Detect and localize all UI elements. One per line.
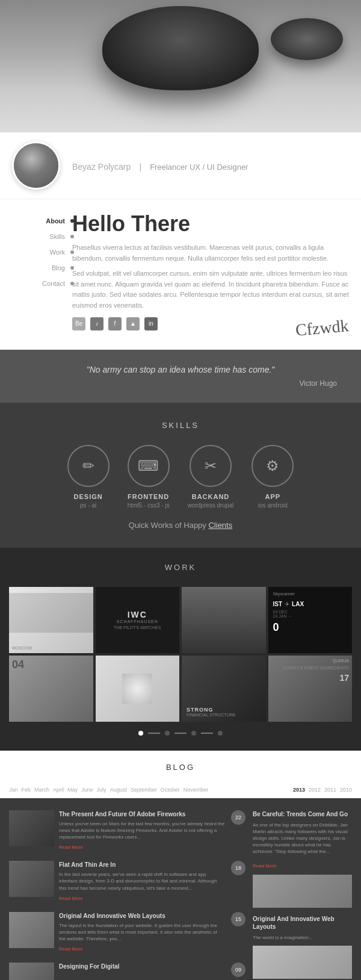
skill-app-name: APP — [251, 493, 294, 500]
skill-app-sub: ios android — [251, 502, 294, 509]
blog-entry-3-readmore[interactable]: Read More — [59, 946, 83, 952]
clients-link[interactable]: Clients — [208, 521, 232, 530]
blog-entry-2: Flat And Thin Are In In the last several… — [9, 861, 247, 902]
social-behance[interactable]: Be — [72, 317, 85, 330]
month-november[interactable]: November — [184, 787, 209, 793]
blog-entry-1-text: Unless you've been on Mars for the last … — [59, 820, 225, 841]
skills-title: SKILLS — [12, 421, 349, 430]
month-july[interactable]: July — [97, 787, 106, 793]
blog-num-1: 22 — [230, 810, 247, 852]
blog-right-title-1: Be Careful: Trends Come And Go — [253, 810, 352, 818]
sidebar-item-about[interactable]: About — [12, 217, 72, 225]
month-october[interactable]: October — [161, 787, 180, 793]
month-september[interactable]: September — [131, 787, 157, 793]
work-item-2[interactable]: IWC SCHAFFHAUSEN THE PILOT'S WATCHES — [96, 587, 180, 653]
social-dribbble[interactable]: ▲ — [126, 317, 140, 330]
pag-dot-4[interactable] — [218, 731, 223, 736]
blog-entry-4-content: Designing For Digital — [59, 963, 225, 980]
month-march[interactable]: March — [34, 787, 49, 793]
blog-date-4: 09 — [231, 963, 245, 977]
blog-date-2: 18 — [231, 861, 245, 875]
about-para-1: Phasellus viverra lectus at facilisis ve… — [72, 243, 349, 264]
pag-line-1 — [148, 733, 160, 734]
work-item-1[interactable]: MOSCOW — [9, 587, 93, 653]
blog-num-4: 09 — [230, 963, 247, 980]
year-2013[interactable]: 2013 — [293, 787, 305, 793]
blog-right-column: Be Careful: Trends Come And Go As one of… — [253, 810, 352, 980]
skill-design-name: DESIGN — [67, 493, 110, 500]
skill-frontend: ⌨ FRONTEND html5 - css3 - js — [128, 445, 170, 509]
pag-dot-3[interactable] — [191, 731, 196, 736]
quick-works-cta: Quick Works of Happy Clients — [12, 521, 349, 530]
social-linkedin[interactable]: in — [144, 317, 158, 330]
hero-rock2 — [271, 18, 343, 60]
work-grid-top: MOSCOW IWC SCHAFFHAUSEN THE PILOT'S WATC… — [9, 587, 352, 653]
work-item-6[interactable] — [96, 656, 180, 722]
sidebar-item-blog[interactable]: Blog — [12, 264, 72, 271]
skill-app-circle: ⚙ — [251, 445, 294, 487]
sidebar-item-work[interactable]: Work — [12, 249, 72, 256]
blog-entry-3-content: Original And Innovative Web Layouts The … — [59, 912, 225, 954]
skill-backend-name: BACKAND — [188, 493, 234, 500]
month-august[interactable]: August — [110, 787, 127, 793]
sidebar-item-skills[interactable]: Skills — [12, 233, 72, 240]
blog-columns: The Present And Future Of Adobe Firework… — [9, 810, 352, 980]
year-2010[interactable]: 2010 — [340, 787, 352, 793]
blog-entry-4: Designing For Digital 09 — [9, 963, 247, 980]
blog-section-header: BLOG Jan Feb March April May June July A… — [0, 751, 361, 798]
pag-dot-2[interactable] — [165, 731, 170, 736]
blog-title: BLOG — [9, 763, 352, 772]
skill-frontend-circle: ⌨ — [128, 445, 170, 487]
avatar — [12, 141, 60, 190]
blog-content: The Present And Future Of Adobe Firework… — [0, 798, 361, 980]
work-title: WORK — [9, 563, 352, 572]
skills-grid: ✏ DESIGN ps - ai ⌨ FRONTEND html5 - css3… — [12, 445, 349, 509]
work-grid-bottom: 04 STRONG FINANCIAL STRUCTURE QUINUA TUR… — [9, 656, 352, 722]
month-may[interactable]: May — [67, 787, 78, 793]
skill-frontend-sub: html5 - css3 - js — [128, 502, 170, 509]
pag-dot-1[interactable] — [138, 731, 143, 736]
blog-num-3: 15 — [230, 912, 247, 954]
work-item-8[interactable]: QUINUA TURKEY'S FINEST INGREDIENTS 17 — [268, 656, 353, 722]
nav-sidebar: About Skills Work Blog Contact — [12, 211, 72, 338]
sidebar-item-contact[interactable]: Contact — [12, 280, 72, 287]
skills-section: SKILLS ✏ DESIGN ps - ai ⌨ FRONTEND html5… — [0, 403, 361, 548]
blog-month-nav: Jan Feb March April May June July August… — [9, 787, 352, 798]
about-para-2: Sed volutpat, elit vel ullamcorper cursu… — [72, 268, 349, 311]
quote-text: "No army can stop an idea whose time has… — [24, 365, 337, 374]
work-item-7[interactable]: STRONG FINANCIAL STRUCTURE — [182, 656, 266, 722]
work-item-3[interactable] — [182, 587, 266, 653]
month-april[interactable]: April — [53, 787, 64, 793]
work-item-5[interactable]: 04 — [9, 656, 93, 722]
blog-date-3: 15 — [231, 912, 245, 926]
skill-backend-circle: ✂ — [190, 445, 232, 487]
skill-backend-sub: wordpress drupal — [188, 502, 234, 509]
about-title: Hello There — [72, 211, 349, 237]
blog-entry-3-title: Original And Innovative Web Layouts — [59, 912, 225, 920]
month-feb[interactable]: Feb — [22, 787, 31, 793]
month-jan[interactable]: Jan — [9, 787, 18, 793]
blog-thumb-4 — [9, 963, 54, 980]
month-june[interactable]: June — [81, 787, 93, 793]
blog-left-column: The Present And Future Of Adobe Firework… — [9, 810, 247, 980]
blog-right-readmore-1[interactable]: Read More — [253, 863, 277, 869]
social-music[interactable]: ♪ — [90, 317, 103, 330]
blog-entry-1-readmore[interactable]: Read More — [59, 845, 83, 850]
profile-name: Beyaz Polycarp | Freelancer UX / UI Desi… — [72, 158, 248, 173]
blog-entry-2-readmore[interactable]: Read More — [59, 896, 83, 901]
blog-right-entry-1: Be Careful: Trends Come And Go As one of… — [253, 810, 352, 908]
app-icon: ⚙ — [266, 457, 279, 474]
work-item-4[interactable]: Skyscanner IST ✈ LAX 09 DEC 24 JAN → 0 — [268, 587, 353, 653]
skill-frontend-name: FRONTEND — [128, 493, 170, 500]
blog-entry-4-title: Designing For Digital — [59, 963, 225, 970]
profile-name-block: Beyaz Polycarp | Freelancer UX / UI Desi… — [72, 158, 248, 173]
about-section: About Skills Work Blog Contact Hello The… — [0, 199, 361, 350]
blog-entry-3-text: The layout is the foundation of your web… — [59, 922, 225, 943]
quote-section: "No army can stop an idea whose time has… — [0, 350, 361, 403]
about-content: Hello There Phasellus viverra lectus at … — [72, 211, 349, 338]
social-facebook[interactable]: f — [108, 317, 122, 330]
year-2012[interactable]: 2012 — [309, 787, 321, 793]
blog-thumb-2 — [9, 861, 54, 897]
year-2011[interactable]: 2011 — [324, 787, 336, 793]
blog-right-img-1 — [253, 875, 352, 908]
